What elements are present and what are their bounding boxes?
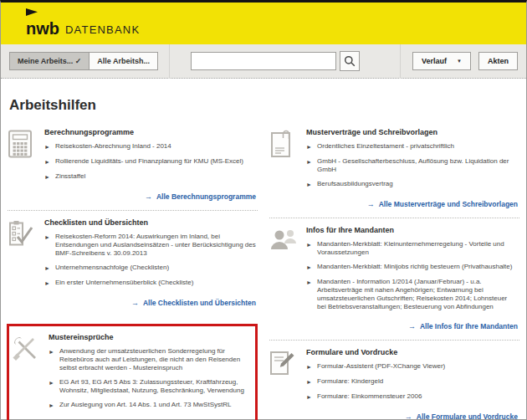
list-item[interactable]: ► Reisekosten-Reform 2014: Auswirkungen … — [44, 233, 256, 258]
list-item[interactable]: ► Ordentliches Einzeltestament - privats… — [306, 142, 518, 151]
list-item[interactable]: ► Reisekosten-Abrechnung Inland - 2014 — [44, 142, 256, 151]
section-title: Formulare und Vordrucke — [306, 348, 518, 356]
tools-icon — [12, 333, 49, 420]
bullet-icon: ► — [44, 233, 55, 258]
list-item[interactable]: ► Berufsausbildungsvertrag — [306, 180, 518, 189]
list-item[interactable]: ► Formulare: Einkommensteuer 2006 — [306, 392, 518, 402]
bullet-icon: ► — [306, 362, 317, 371]
list-item[interactable]: ► Zinsstaffel — [44, 172, 256, 182]
list-item[interactable]: ► Unternehmensnachfolge (Checklisten) — [44, 264, 256, 273]
akten-button[interactable]: Akten — [478, 52, 518, 70]
section-title: Berechnungsprogramme — [44, 128, 256, 136]
list-item-label: Ordentliches Einzeltestament - privatsch… — [317, 142, 454, 151]
section-more: →Alle Checklisten und Übersichten — [44, 294, 256, 309]
more-link-berechnungsprogramme[interactable]: →Alle Berechnungsprogramme — [145, 192, 256, 201]
arrow-right-icon: → — [408, 322, 416, 330]
brand-header: nwb DATENBANK — [1, 3, 526, 44]
list-item[interactable]: ► Formulare: Kindergeld — [306, 377, 518, 387]
list-item[interactable]: ► Mandanten-Merkblatt: Minijobs richtig … — [306, 263, 518, 272]
page-title: Arbeitshilfen — [8, 79, 519, 120]
bullet-icon: ► — [306, 180, 317, 189]
bullet-icon: ► — [44, 142, 55, 151]
list-item[interactable]: ► Zur Auslegung von Art. 14 Abs. 1 und A… — [49, 401, 251, 410]
list-item-label: Rollierende Liquiditäts- und Finanzplanu… — [55, 157, 243, 166]
list-item-label: Formulare: Kindergeld — [317, 377, 383, 387]
chevron-down-icon: ▼ — [457, 59, 462, 64]
brand-suffix: DATENBANK — [65, 24, 140, 37]
arrow-right-icon: → — [405, 412, 412, 420]
list-item-label: EG Art 93, EG Art 5 Abs 3: Zulassungsste… — [59, 378, 251, 395]
section-mustereinsprueche-highlighted: Mustereinsprüche ► Anwendung der umsatzs… — [7, 324, 258, 420]
nwb-flag-icon — [26, 8, 38, 18]
list-item-label: Mandanten - Information 1/2014 (Januar/F… — [317, 278, 518, 311]
tab-alle-arbeitshilfen[interactable]: Alle Arbeitsh... — [90, 52, 158, 70]
section-title: Mustereinsprüche — [49, 333, 251, 341]
section-checklisten: Checklisten und Übersichten ► Reisekoste… — [8, 211, 258, 316]
list-item[interactable]: ► Rollierende Liquiditäts- und Finanzpla… — [44, 157, 256, 166]
list-item-label: Unternehmensnachfolge (Checklisten) — [55, 264, 169, 273]
bullet-icon: ► — [49, 378, 59, 395]
more-link-label: Alle Berechnungsprogramme — [156, 192, 256, 201]
verlauf-button[interactable]: Verlauf ▼ — [412, 52, 471, 70]
app-window: nwb DATENBANK Meine Arbeits... ✓ Alle Ar… — [0, 0, 527, 420]
left-column: Berechnungsprogramme ► Reisekosten-Abrec… — [8, 120, 258, 420]
calculator-icon — [8, 128, 44, 207]
bullet-icon: ► — [44, 264, 55, 273]
bullet-icon: ► — [306, 377, 317, 387]
list-item[interactable]: ► Ein erster Unternehmensüberblick (Chec… — [44, 279, 256, 288]
bullet-icon: ► — [49, 347, 59, 372]
list-item-label: Mandanten-Merkblatt: Kleinunternehmerreg… — [317, 240, 518, 257]
section-formulare: Formulare und Vordrucke ► Formular-Assis… — [269, 341, 519, 420]
section-title: Checklisten und Übersichten — [44, 218, 256, 227]
bullet-icon: ► — [49, 401, 59, 410]
toolbar: Meine Arbeits... ✓ Alle Arbeitsh... Verl… — [1, 44, 526, 79]
list-item-label: Formular-Assistent (PDF-XChange Viewer) — [317, 362, 445, 371]
list-item-label: Reisekosten-Reform 2014: Auswirkungen im… — [55, 233, 256, 258]
section-mandanten-infos: Infos für Ihre Mandanten ► Mandanten-Mer… — [269, 218, 519, 341]
list-item-label: Reisekosten-Abrechnung Inland - 2014 — [55, 142, 171, 151]
bullet-icon: ► — [306, 157, 317, 174]
verlauf-button-label: Verlauf — [422, 57, 447, 65]
bullet-icon: ► — [306, 240, 317, 257]
section-more: →Alle Musterverträge und Schreibvorlagen — [306, 195, 518, 210]
sections-grid: Berechnungsprogramme ► Reisekosten-Abrec… — [8, 120, 519, 420]
search-input[interactable] — [191, 52, 336, 70]
bullet-icon: ► — [44, 172, 55, 182]
more-link-mandanten-infos[interactable]: →Alle Infos für Ihre Mandanten — [408, 322, 518, 330]
more-link-formulare[interactable]: →Alle Formulare und Vordrucke — [405, 412, 518, 420]
search-button[interactable] — [340, 51, 360, 71]
contract-icon — [269, 128, 306, 215]
list-item[interactable]: ► Formular-Assistent (PDF-XChange Viewer… — [306, 362, 518, 371]
bullet-icon: ► — [44, 279, 55, 288]
clients-icon — [269, 226, 306, 337]
bullet-icon: ► — [306, 392, 317, 402]
list-item-label: Formulare: Einkommensteuer 2006 — [317, 392, 422, 402]
list-item-label: Ein erster Unternehmensüberblick (Checkl… — [55, 279, 193, 288]
more-link-mustervertraege[interactable]: →Alle Musterverträge und Schreibvorlagen — [367, 200, 518, 208]
list-item-label: Berufsausbildungsvertrag — [317, 180, 393, 189]
list-item[interactable]: ► EG Art 93, EG Art 5 Abs 3: Zulassungss… — [49, 378, 251, 395]
section-berechnungsprogramme: Berechnungsprogramme ► Reisekosten-Abrec… — [8, 120, 258, 211]
bullet-icon: ► — [306, 263, 317, 272]
more-link-label: Alle Infos für Ihre Mandanten — [420, 322, 518, 330]
bullet-icon: ► — [306, 278, 317, 311]
section-title: Musterverträge und Schreibvorlagen — [306, 128, 518, 136]
bullet-icon: ► — [44, 157, 55, 166]
list-item-label: Mandanten-Merkblatt: Minijobs richtig be… — [317, 263, 512, 272]
more-link-label: Alle Formulare und Vordrucke — [417, 412, 518, 420]
more-link-label: Alle Musterverträge und Schreibvorlagen — [379, 200, 518, 208]
brand-name: nwb — [26, 20, 59, 37]
list-item[interactable]: ► Anwendung der umsatzsteuerlichen Sonde… — [49, 347, 251, 372]
bullet-icon: ► — [306, 142, 317, 151]
arrow-right-icon: → — [145, 192, 152, 201]
list-item[interactable]: ► Mandanten - Information 1/2014 (Januar… — [306, 278, 518, 311]
list-item-label: GmbH - Gesellschafterbeschluss, Auflösun… — [317, 157, 518, 174]
tab-meine-arbeitshilfen[interactable]: Meine Arbeits... ✓ — [9, 52, 90, 70]
list-item[interactable]: ► GmbH - Gesellschafterbeschluss, Auflös… — [306, 157, 518, 174]
section-more: →Alle Formulare und Vordrucke — [306, 407, 518, 420]
list-item-label: Zinsstaffel — [55, 172, 85, 182]
toolbar-divider — [169, 44, 170, 79]
more-link-checklisten[interactable]: →Alle Checklisten und Übersichten — [131, 299, 256, 307]
list-item[interactable]: ► Mandanten-Merkblatt: Kleinunternehmerr… — [306, 240, 518, 257]
search-icon — [344, 55, 356, 67]
